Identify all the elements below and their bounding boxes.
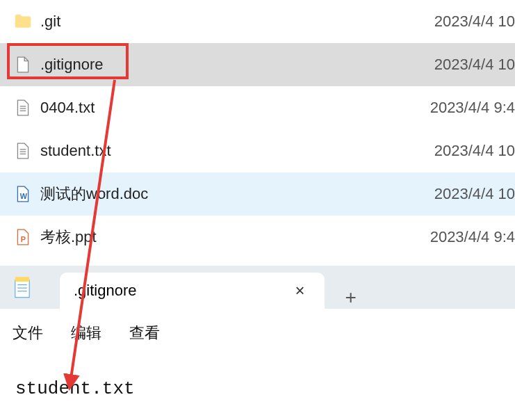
doc-icon: W [13,181,33,207]
txt-icon [13,138,33,163]
file-name: student.txt [40,142,434,160]
menu-edit[interactable]: 编辑 [71,323,101,344]
new-tab-button[interactable]: + [325,286,377,309]
svg-rect-3 [15,277,29,282]
menu-view[interactable]: 查看 [129,323,160,344]
editor-window: .gitignore × + 文件 编辑 查看 student.txt [0,266,515,420]
tab-bar: .gitignore × + [0,266,515,309]
svg-text:W: W [20,192,28,200]
ppt-icon: P [13,225,33,250]
close-tab-icon[interactable]: × [290,281,311,300]
file-row-ppt[interactable]: P 考核.ppt 2023/4/4 9:4 [0,216,515,259]
file-name: .gitignore [40,56,434,74]
file-date: 2023/4/4 10 [434,56,515,74]
menu-bar: 文件 编辑 查看 [0,309,515,357]
file-name: 考核.ppt [40,227,430,248]
file-date: 2023/4/4 10 [434,185,515,203]
notepad-app-icon [13,275,32,299]
file-date: 2023/4/4 9:4 [430,99,515,117]
file-name: 测试的word.doc [40,184,434,204]
file-date: 2023/4/4 9:4 [430,228,515,246]
menu-file[interactable]: 文件 [13,323,43,344]
tab-title: .gitignore [74,282,137,300]
editor-content[interactable]: student.txt [0,357,515,420]
file-row-word-doc[interactable]: W 测试的word.doc 2023/4/4 10 [0,172,515,216]
svg-text:P: P [21,235,26,243]
file-row-0404-txt[interactable]: 0404.txt 2023/4/4 9:4 [0,86,515,129]
editor-text-line: student.txt [15,378,135,399]
file-name: 0404.txt [40,99,430,117]
file-icon [13,52,33,77]
txt-icon [13,95,33,120]
editor-tab[interactable]: .gitignore × [60,273,325,309]
folder-icon [13,9,33,34]
file-row-gitignore[interactable]: .gitignore 2023/4/4 10 [0,43,515,86]
file-date: 2023/4/4 10 [434,13,515,31]
file-name: .git [40,13,434,31]
file-list: .git 2023/4/4 10 .gitignore 2023/4/4 10 … [0,0,515,259]
file-date: 2023/4/4 10 [434,142,515,160]
file-row-git-folder[interactable]: .git 2023/4/4 10 [0,0,515,43]
svg-rect-2 [15,280,29,298]
file-row-student-txt[interactable]: student.txt 2023/4/4 10 [0,129,515,172]
